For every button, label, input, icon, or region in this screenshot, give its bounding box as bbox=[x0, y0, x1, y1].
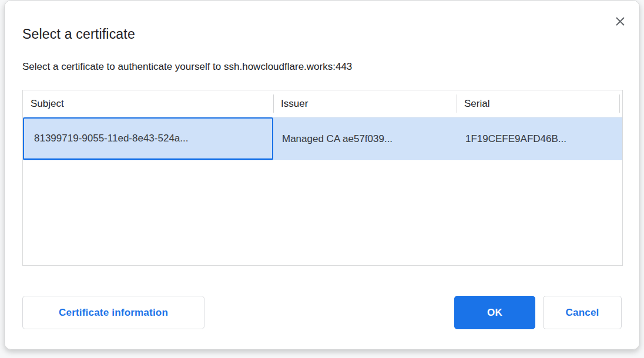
close-button[interactable] bbox=[611, 12, 629, 30]
dialog-title: Select a certificate bbox=[22, 26, 135, 42]
certificate-table: Subject Issuer Serial 81399719-9055-11ed… bbox=[22, 90, 623, 266]
cell-serial[interactable]: 1F19CEFE9AFD46B... bbox=[457, 117, 619, 160]
cell-subject[interactable]: 81399719-9055-11ed-8e43-524a... bbox=[23, 117, 273, 160]
select-certificate-dialog: Select a certificate Select a certificat… bbox=[4, 0, 640, 350]
table-header-row: Subject Issuer Serial bbox=[23, 90, 622, 117]
column-header-stub bbox=[619, 90, 622, 117]
column-header-issuer[interactable]: Issuer bbox=[273, 90, 457, 117]
column-header-serial[interactable]: Serial bbox=[457, 90, 619, 117]
cell-issuer[interactable]: Managed CA ae57f039... bbox=[273, 117, 457, 160]
page-background: Select a certificate Select a certificat… bbox=[0, 0, 644, 358]
cancel-button[interactable]: Cancel bbox=[543, 296, 622, 329]
close-icon bbox=[615, 16, 626, 27]
dialog-subtitle: Select a certificate to authenticate you… bbox=[22, 61, 352, 73]
certificate-row-selected[interactable]: 81399719-9055-11ed-8e43-524a... Managed … bbox=[23, 117, 622, 160]
certificate-information-button[interactable]: Certificate information bbox=[22, 296, 204, 329]
column-header-subject[interactable]: Subject bbox=[23, 90, 273, 117]
ok-button[interactable]: OK bbox=[454, 296, 535, 329]
